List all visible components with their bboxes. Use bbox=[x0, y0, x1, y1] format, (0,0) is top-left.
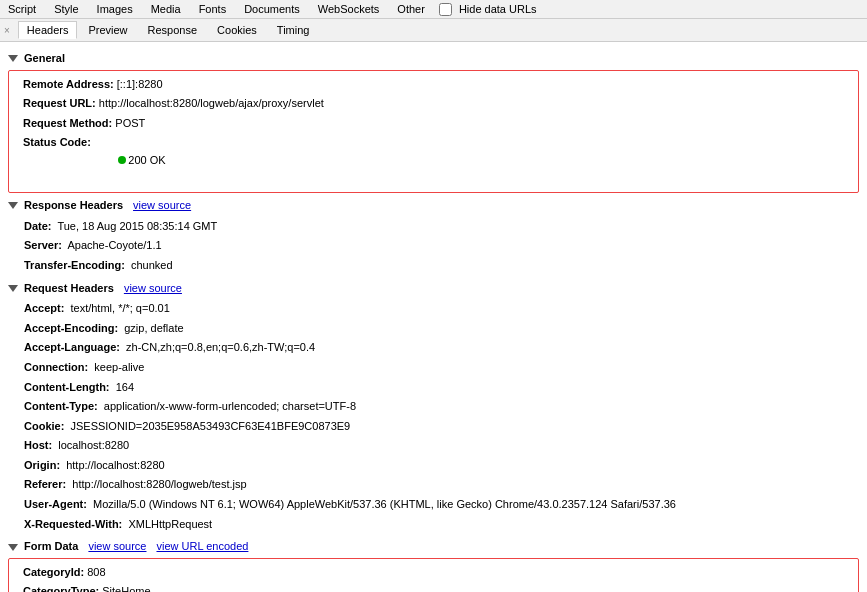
form-data-box: CategoryId: 808 CategoryType: SiteHome I… bbox=[8, 558, 859, 592]
hide-data-urls-label[interactable]: Hide data URLs bbox=[439, 2, 541, 16]
menu-other[interactable]: Other bbox=[393, 2, 429, 16]
request-url-val: http://localhost:8280/logweb/ajax/proxy/… bbox=[96, 95, 324, 113]
remote-address-row: Remote Address: [::1]:8280 bbox=[15, 75, 852, 95]
request-headers-label: Request Headers bbox=[24, 280, 114, 298]
req-accept-row: Accept: text/html, */*; q=0.01 bbox=[16, 299, 859, 319]
request-headers-body: Accept: text/html, */*; q=0.01 Accept-En… bbox=[8, 299, 859, 534]
status-code-key: Status Code: bbox=[23, 134, 91, 187]
menu-documents[interactable]: Documents bbox=[240, 2, 304, 16]
request-method-val: POST bbox=[112, 115, 145, 133]
request-headers-section-header: Request Headers view source bbox=[8, 280, 859, 298]
req-host-row: Host: localhost:8280 bbox=[16, 436, 859, 456]
req-content-length-row: Content-Length: 164 bbox=[16, 378, 859, 398]
tab-timing[interactable]: Timing bbox=[268, 21, 319, 39]
response-date-row: Date: Tue, 18 Aug 2015 08:35:14 GMT bbox=[16, 217, 859, 237]
response-transfer-encoding-row: Transfer-Encoding: chunked bbox=[16, 256, 859, 276]
response-server-val: Apache-Coyote/1.1 bbox=[65, 239, 162, 251]
general-box: Remote Address: [::1]:8280 Request URL: … bbox=[8, 70, 859, 194]
response-headers-triangle[interactable] bbox=[8, 202, 18, 209]
menu-script[interactable]: Script bbox=[4, 2, 40, 16]
req-content-type-row: Content-Type: application/x-www-form-url… bbox=[16, 397, 859, 417]
req-x-requested-with-row: X-Requested-With: XMLHttpRequest bbox=[16, 515, 859, 535]
tab-headers[interactable]: Headers bbox=[18, 21, 78, 39]
remote-address-val: [::1]:8280 bbox=[114, 76, 163, 94]
content-area: General Remote Address: [::1]:8280 Reque… bbox=[0, 42, 867, 592]
request-method-row: Request Method: POST bbox=[15, 114, 852, 134]
tab-response[interactable]: Response bbox=[139, 21, 207, 39]
hide-data-urls-text: Hide data URLs bbox=[455, 2, 541, 16]
menu-bar: Script Style Images Media Fonts Document… bbox=[0, 0, 867, 19]
form-data-view-url-encoded[interactable]: view URL encoded bbox=[156, 538, 248, 556]
req-accept-language-row: Accept-Language: zh-CN,zh;q=0.8,en;q=0.6… bbox=[16, 338, 859, 358]
request-method-key: Request Method: bbox=[23, 115, 112, 133]
request-headers-triangle[interactable] bbox=[8, 285, 18, 292]
general-label: General bbox=[24, 50, 65, 68]
response-headers-view-source[interactable]: view source bbox=[133, 197, 191, 215]
remote-address-key: Remote Address: bbox=[23, 76, 114, 94]
status-code-row: Status Code: 200 OK bbox=[15, 133, 852, 188]
menu-fonts[interactable]: Fonts bbox=[195, 2, 231, 16]
response-headers-label: Response Headers bbox=[24, 197, 123, 215]
status-dot bbox=[118, 156, 126, 164]
tab-preview[interactable]: Preview bbox=[79, 21, 136, 39]
response-server-row: Server: Apache-Coyote/1.1 bbox=[16, 236, 859, 256]
form-data-view-source[interactable]: view source bbox=[88, 538, 146, 556]
menu-websockets[interactable]: WebSockets bbox=[314, 2, 384, 16]
form-category-id-row: CategoryId: 808 bbox=[15, 563, 852, 583]
req-cookie-row: Cookie: JSESSIONID=2035E958A53493CF63E41… bbox=[16, 417, 859, 437]
req-connection-row: Connection: keep-alive bbox=[16, 358, 859, 378]
form-data-label: Form Data bbox=[24, 538, 78, 556]
menu-style[interactable]: Style bbox=[50, 2, 82, 16]
response-transfer-encoding-key: Transfer-Encoding: bbox=[24, 259, 125, 271]
hide-data-urls-checkbox[interactable] bbox=[439, 3, 452, 16]
form-data-section-header: Form Data view source view URL encoded bbox=[8, 538, 859, 556]
req-user-agent-row: User-Agent: Mozilla/5.0 (Windows NT 6.1;… bbox=[16, 495, 859, 515]
response-headers-section-header: Response Headers view source bbox=[8, 197, 859, 215]
response-date-val: Tue, 18 Aug 2015 08:35:14 GMT bbox=[55, 220, 218, 232]
req-origin-row: Origin: http://localhost:8280 bbox=[16, 456, 859, 476]
menu-images[interactable]: Images bbox=[93, 2, 137, 16]
response-date-key: Date: bbox=[24, 220, 52, 232]
tab-close-button[interactable]: × bbox=[4, 25, 10, 36]
req-accept-encoding-row: Accept-Encoding: gzip, deflate bbox=[16, 319, 859, 339]
response-headers-body: Date: Tue, 18 Aug 2015 08:35:14 GMT Serv… bbox=[8, 217, 859, 276]
status-code-val: 200 OK bbox=[91, 134, 166, 187]
general-triangle[interactable] bbox=[8, 55, 18, 62]
general-section-header: General bbox=[8, 50, 859, 68]
menu-media[interactable]: Media bbox=[147, 2, 185, 16]
request-headers-view-source[interactable]: view source bbox=[124, 280, 182, 298]
form-data-triangle[interactable] bbox=[8, 544, 18, 551]
tab-bar: × Headers Preview Response Cookies Timin… bbox=[0, 19, 867, 42]
request-url-key: Request URL: bbox=[23, 95, 96, 113]
form-category-type-row: CategoryType: SiteHome bbox=[15, 582, 852, 592]
tab-cookies[interactable]: Cookies bbox=[208, 21, 266, 39]
request-url-row: Request URL: http://localhost:8280/logwe… bbox=[15, 94, 852, 114]
req-referer-row: Referer: http://localhost:8280/logweb/te… bbox=[16, 475, 859, 495]
response-transfer-encoding-val: chunked bbox=[128, 259, 173, 271]
response-server-key: Server: bbox=[24, 239, 62, 251]
